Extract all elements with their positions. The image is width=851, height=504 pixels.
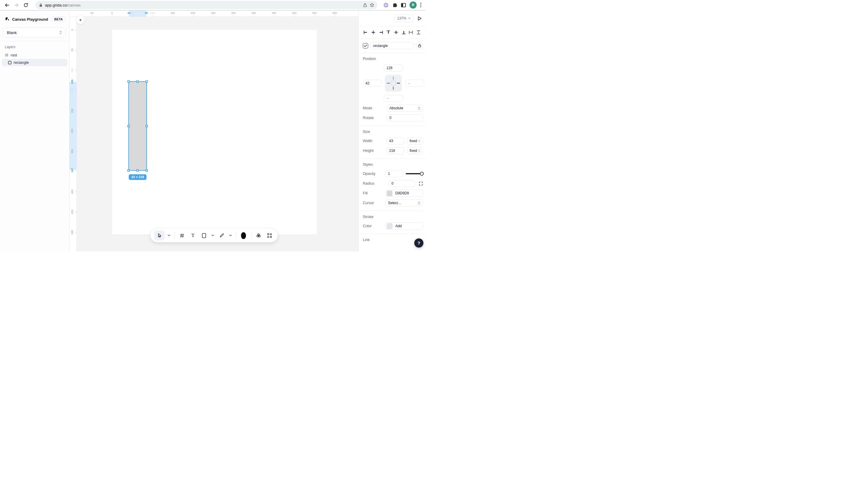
back-icon[interactable] — [3, 1, 11, 9]
chevron-updown-icon — [418, 106, 420, 110]
reload-icon[interactable] — [22, 1, 30, 9]
h-ruler-label: 250 — [211, 12, 215, 15]
distribute-vertical-button[interactable] — [415, 29, 422, 35]
ruler-tick — [294, 15, 295, 17]
anchor-bottom-tick[interactable] — [393, 87, 394, 90]
forward-icon[interactable] — [13, 1, 20, 9]
position-anchor-widget[interactable] — [385, 75, 402, 92]
radius-label: Radius — [363, 181, 374, 185]
opacity-slider[interactable] — [406, 172, 423, 176]
corner-radius-icon[interactable] — [419, 181, 423, 186]
h-ruler-label: 500 — [312, 12, 317, 15]
fill-button[interactable]: D9D9D9 — [385, 190, 423, 197]
browser-actions: R — [381, 1, 422, 8]
align-horizontal-center-button[interactable] — [370, 29, 377, 35]
fill-value: D9D9D9 — [395, 191, 409, 195]
height-mode-select[interactable]: fixed — [407, 147, 423, 154]
ruler-tick — [92, 15, 92, 17]
visibility-checkbox[interactable] — [363, 43, 368, 49]
side-panel-icon[interactable] — [401, 3, 406, 8]
position-bottom-input[interactable]: -- — [384, 95, 403, 102]
v-ruler-label: 500 — [71, 230, 74, 234]
height-input[interactable]: 218 — [386, 147, 404, 154]
bookmark-star-icon[interactable] — [370, 3, 374, 7]
cursor-tool-dropdown[interactable] — [167, 230, 172, 240]
opacity-slider-knob[interactable] — [420, 172, 424, 176]
resize-handle[interactable] — [136, 169, 139, 172]
play-button[interactable] — [417, 16, 422, 21]
share-icon[interactable] — [363, 3, 367, 7]
shapes-library-button[interactable] — [265, 230, 274, 240]
position-right-input[interactable]: -- — [405, 80, 424, 87]
text-tool-button[interactable]: T — [189, 230, 197, 240]
align-right-button[interactable] — [378, 29, 384, 35]
cursor-label: Cursor — [363, 201, 374, 205]
pen-tool-button[interactable] — [217, 230, 226, 240]
v-ruler-label: 100 — [71, 68, 74, 72]
resize-handle[interactable] — [145, 80, 148, 83]
width-input[interactable]: 43 — [386, 137, 404, 144]
frame-tool-button[interactable] — [178, 230, 187, 240]
lock-button[interactable] — [416, 42, 423, 49]
ruler-tick — [75, 70, 76, 71]
width-mode-select[interactable]: fixed — [407, 137, 423, 144]
resize-handle[interactable] — [127, 125, 130, 127]
position-top-input[interactable]: 129 — [384, 65, 403, 72]
zoom-level-select[interactable]: 137% — [394, 15, 414, 22]
radius-input[interactable]: 0 — [389, 180, 415, 187]
position-left-input[interactable]: 42 — [363, 80, 381, 87]
template-select[interactable]: Blank — [3, 28, 66, 37]
rotate-label: Rotate — [363, 116, 374, 120]
align-top-button[interactable] — [385, 29, 392, 35]
color-swatch-button[interactable] — [239, 230, 248, 240]
add-canvas-button[interactable]: + — [76, 15, 85, 24]
resize-handle[interactable] — [127, 80, 130, 83]
resize-handle[interactable] — [145, 125, 148, 127]
v-ruler-label: 129 — [71, 80, 74, 84]
cursor-tool-button[interactable] — [154, 230, 165, 240]
v-ruler-label: 0 — [71, 29, 74, 31]
layer-item-root[interactable]: root — [2, 51, 67, 59]
distribute-horizontal-button[interactable] — [408, 29, 414, 35]
rotate-input[interactable]: 0 — [387, 114, 423, 122]
current-color-ellipse — [241, 232, 246, 239]
shape-tool-dropdown[interactable] — [210, 230, 215, 240]
openai-assistant-button[interactable] — [254, 230, 263, 240]
anchor-left-tick[interactable] — [387, 83, 390, 84]
stroke-add-button[interactable]: Add — [385, 222, 423, 230]
pen-tool-dropdown[interactable] — [228, 230, 233, 240]
extension-burst-icon[interactable] — [383, 2, 389, 8]
align-vertical-center-button[interactable] — [393, 29, 399, 35]
v-ruler-label: 150 — [71, 88, 74, 92]
anchor-right-tick[interactable] — [397, 83, 400, 84]
cursor-select[interactable]: Select... — [385, 199, 423, 206]
canvas-viewport[interactable]: -500425085100150200250300350400450500550… — [69, 11, 358, 251]
layers-panel: Layers root rectangle — [0, 41, 69, 66]
address-bar[interactable]: app.grida.co/canvas — [35, 1, 377, 9]
styles-section: Styles Opacity 1 Radius 0 — [359, 159, 426, 211]
chevron-updown-icon — [418, 201, 420, 205]
ruler-tick — [75, 111, 76, 111]
resize-handle[interactable] — [127, 169, 130, 172]
help-button[interactable]: ? — [414, 238, 423, 248]
selected-rectangle[interactable] — [128, 81, 147, 171]
browser-menu-icon[interactable] — [420, 3, 421, 7]
resize-handle[interactable] — [136, 80, 139, 83]
mode-select[interactable]: Absolute — [387, 105, 423, 112]
resize-handle[interactable] — [145, 169, 148, 172]
align-bottom-button[interactable] — [401, 29, 407, 35]
profile-avatar[interactable]: R — [410, 1, 417, 8]
cursor-value: Select... — [388, 201, 401, 205]
rectangle-tool-button[interactable] — [199, 230, 208, 240]
styles-header: Styles — [363, 162, 423, 167]
anchor-center[interactable] — [391, 80, 396, 86]
layer-item-rectangle[interactable]: rectangle — [2, 59, 67, 66]
ruler-tick — [112, 15, 112, 17]
anchor-top-tick[interactable] — [393, 76, 394, 80]
align-left-button[interactable] — [363, 29, 369, 35]
opacity-input[interactable]: 1 — [385, 170, 403, 177]
v-ruler-label: 250 — [71, 128, 74, 133]
extensions-puzzle-icon[interactable] — [393, 3, 397, 8]
layer-name-input[interactable]: rectangle — [370, 42, 413, 49]
layers-header: Layers — [2, 45, 67, 51]
